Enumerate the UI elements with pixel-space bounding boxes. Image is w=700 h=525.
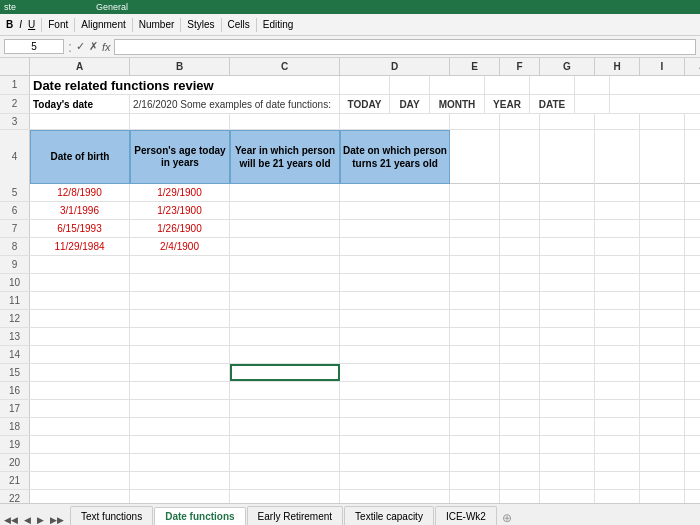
cell-f8[interactable] bbox=[500, 238, 540, 255]
cell-g4[interactable] bbox=[540, 130, 595, 184]
cell-c5[interactable] bbox=[230, 184, 340, 201]
cell-J16[interactable] bbox=[685, 382, 700, 399]
cell-A19[interactable] bbox=[30, 436, 130, 453]
cell-e2[interactable]: TODAY bbox=[340, 95, 390, 113]
cell-D16[interactable] bbox=[340, 382, 450, 399]
cell-D20[interactable] bbox=[340, 454, 450, 471]
cell-a8[interactable]: 11/29/1984 bbox=[30, 238, 130, 255]
cell-D13[interactable] bbox=[340, 328, 450, 345]
cell-A17[interactable] bbox=[30, 400, 130, 417]
cell-J14[interactable] bbox=[685, 346, 700, 363]
tab-date-functions[interactable]: Date functions bbox=[154, 507, 245, 525]
cell-i2[interactable]: DATE bbox=[530, 95, 575, 113]
cell-I17[interactable] bbox=[640, 400, 685, 417]
cell-d4[interactable]: Date on which person turns 21 years old bbox=[340, 130, 450, 184]
cell-j7[interactable] bbox=[685, 220, 700, 237]
cell-J12[interactable] bbox=[685, 310, 700, 327]
cell-B15[interactable] bbox=[130, 364, 230, 381]
cell-f4[interactable] bbox=[500, 130, 540, 184]
cell-b7[interactable]: 1/26/1900 bbox=[130, 220, 230, 237]
tab-text-functions[interactable]: Text functions bbox=[70, 506, 153, 525]
cell-C9[interactable] bbox=[230, 256, 340, 273]
cell-h7[interactable] bbox=[595, 220, 640, 237]
cell-H20[interactable] bbox=[595, 454, 640, 471]
cell-I13[interactable] bbox=[640, 328, 685, 345]
bold-button[interactable]: B bbox=[6, 19, 13, 30]
cell-D9[interactable] bbox=[340, 256, 450, 273]
cell-I12[interactable] bbox=[640, 310, 685, 327]
cell-e6[interactable] bbox=[450, 202, 500, 219]
check-icon[interactable]: ✓ bbox=[76, 40, 85, 53]
cell-b8[interactable]: 2/4/1900 bbox=[130, 238, 230, 255]
cell-H21[interactable] bbox=[595, 472, 640, 489]
cell-A9[interactable] bbox=[30, 256, 130, 273]
cell-c8[interactable] bbox=[230, 238, 340, 255]
cell-C20[interactable] bbox=[230, 454, 340, 471]
cell-j1[interactable] bbox=[575, 76, 610, 94]
cell-j5[interactable] bbox=[685, 184, 700, 201]
cell-J21[interactable] bbox=[685, 472, 700, 489]
cell-g7[interactable] bbox=[540, 220, 595, 237]
cell-E19[interactable] bbox=[450, 436, 500, 453]
cell-A10[interactable] bbox=[30, 274, 130, 291]
cell-E12[interactable] bbox=[450, 310, 500, 327]
cell-G17[interactable] bbox=[540, 400, 595, 417]
cell-I9[interactable] bbox=[640, 256, 685, 273]
cell-G14[interactable] bbox=[540, 346, 595, 363]
cell-C18[interactable] bbox=[230, 418, 340, 435]
cell-A14[interactable] bbox=[30, 346, 130, 363]
cell-i3[interactable] bbox=[640, 114, 685, 129]
col-header-d[interactable]: D bbox=[340, 58, 450, 75]
cell-D11[interactable] bbox=[340, 292, 450, 309]
cell-F10[interactable] bbox=[500, 274, 540, 291]
cell-D15[interactable] bbox=[340, 364, 450, 381]
cell-G20[interactable] bbox=[540, 454, 595, 471]
cell-a4[interactable]: Date of birth bbox=[30, 130, 130, 184]
cell-e3[interactable] bbox=[450, 114, 500, 129]
cell-I11[interactable] bbox=[640, 292, 685, 309]
formula-input[interactable] bbox=[114, 39, 696, 55]
cell-d6[interactable] bbox=[340, 202, 450, 219]
tab-prev-arrow[interactable]: ◀ bbox=[22, 515, 33, 525]
cell-h8[interactable] bbox=[595, 238, 640, 255]
cell-I18[interactable] bbox=[640, 418, 685, 435]
tab-next-arrow[interactable]: ▶ bbox=[35, 515, 46, 525]
cell-F17[interactable] bbox=[500, 400, 540, 417]
cell-H19[interactable] bbox=[595, 436, 640, 453]
col-header-j[interactable]: J bbox=[685, 58, 700, 75]
cell-I19[interactable] bbox=[640, 436, 685, 453]
cell-E16[interactable] bbox=[450, 382, 500, 399]
cell-I15[interactable] bbox=[640, 364, 685, 381]
cell-F21[interactable] bbox=[500, 472, 540, 489]
cell-G12[interactable] bbox=[540, 310, 595, 327]
cell-E14[interactable] bbox=[450, 346, 500, 363]
cell-i8[interactable] bbox=[640, 238, 685, 255]
cell-g8[interactable] bbox=[540, 238, 595, 255]
cell-E9[interactable] bbox=[450, 256, 500, 273]
cell-h6[interactable] bbox=[595, 202, 640, 219]
cell-g2[interactable]: MONTH bbox=[430, 95, 485, 113]
cell-a6[interactable]: 3/1/1996 bbox=[30, 202, 130, 219]
cell-F11[interactable] bbox=[500, 292, 540, 309]
cell-B10[interactable] bbox=[130, 274, 230, 291]
cell-B11[interactable] bbox=[130, 292, 230, 309]
cell-B18[interactable] bbox=[130, 418, 230, 435]
name-box[interactable] bbox=[4, 39, 64, 54]
cell-i1[interactable] bbox=[530, 76, 575, 94]
cell-F9[interactable] bbox=[500, 256, 540, 273]
cell-E15[interactable] bbox=[450, 364, 500, 381]
cell-A20[interactable] bbox=[30, 454, 130, 471]
cell-G16[interactable] bbox=[540, 382, 595, 399]
cell-H11[interactable] bbox=[595, 292, 640, 309]
underline-button[interactable]: U bbox=[28, 19, 35, 30]
cell-g3[interactable] bbox=[540, 114, 595, 129]
col-header-i[interactable]: I bbox=[640, 58, 685, 75]
col-header-a[interactable]: A bbox=[30, 58, 130, 75]
cell-c4[interactable]: Year in which person will be 21 years ol… bbox=[230, 130, 340, 184]
cell-A13[interactable] bbox=[30, 328, 130, 345]
col-header-f[interactable]: F bbox=[500, 58, 540, 75]
cell-b3[interactable] bbox=[130, 114, 230, 129]
cell-j4[interactable] bbox=[685, 130, 700, 184]
cell-D18[interactable] bbox=[340, 418, 450, 435]
cell-H18[interactable] bbox=[595, 418, 640, 435]
